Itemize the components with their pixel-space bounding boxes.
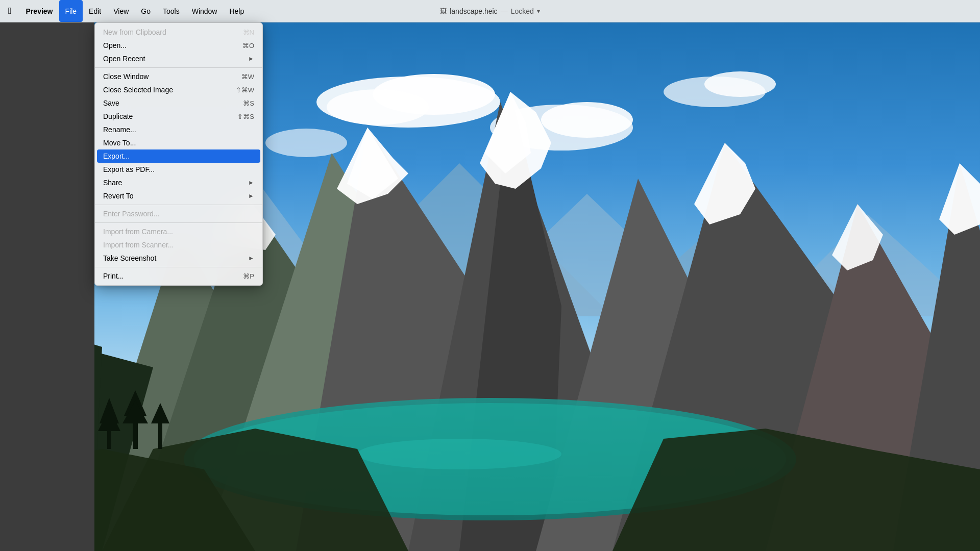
menu-item-enter-password[interactable]: Enter Password...	[95, 207, 262, 220]
svg-point-8	[265, 129, 347, 157]
menu-item-close-selected-shortcut: ⇧⌘W	[236, 86, 254, 94]
apple-menu[interactable]: 	[0, 0, 20, 22]
file-icon: 🖼	[440, 7, 447, 15]
menubar-help-label: Help	[229, 7, 244, 15]
menu-item-close-window[interactable]: Close Window ⌘W	[95, 70, 262, 83]
menubar-tools-label: Tools	[163, 7, 180, 15]
menu-item-share-label: Share	[103, 179, 248, 187]
svg-point-3	[327, 89, 429, 125]
menu-item-open-recent-label: Open Recent	[103, 55, 248, 63]
screenshot-arrow-icon: ►	[248, 255, 254, 262]
menubar-view-label: View	[113, 7, 129, 15]
menubar-tools[interactable]: Tools	[157, 0, 186, 22]
menu-item-rename[interactable]: Rename...	[95, 123, 262, 136]
menubar-view[interactable]: View	[107, 0, 135, 22]
menu-item-export[interactable]: Export...	[97, 149, 260, 163]
apple-icon: 	[8, 6, 12, 16]
menu-item-share[interactable]: Share ►	[95, 176, 262, 189]
window-dropdown-arrow[interactable]: ▾	[537, 8, 540, 15]
menu-item-export-label: Export...	[103, 152, 254, 160]
menu-item-take-screenshot-label: Take Screenshot	[103, 254, 248, 262]
menu-item-move-to-label: Move To...	[103, 139, 254, 147]
menubar-go[interactable]: Go	[135, 0, 157, 22]
menubar-go-label: Go	[141, 7, 151, 15]
menu-item-save-label: Save	[103, 99, 243, 107]
share-arrow-icon: ►	[248, 179, 254, 186]
separator-4	[95, 267, 262, 267]
menu-item-import-scanner[interactable]: Import from Scanner...	[95, 238, 262, 252]
menu-item-revert-to-label: Revert To	[103, 192, 248, 200]
menubar-edit[interactable]: Edit	[83, 0, 107, 22]
menubar-file[interactable]: File	[59, 0, 83, 22]
svg-point-5	[541, 102, 633, 138]
menu-item-print-label: Print...	[103, 272, 243, 280]
menubar-preview-label: Preview	[26, 7, 53, 15]
file-dropdown-menu: New from Clipboard ⌘N Open... ⌘O Open Re…	[94, 22, 263, 286]
menu-item-move-to[interactable]: Move To...	[95, 136, 262, 149]
svg-point-7	[704, 71, 776, 97]
menubar-preview[interactable]: Preview	[20, 0, 59, 22]
menu-item-take-screenshot[interactable]: Take Screenshot ►	[95, 252, 262, 265]
svg-point-36	[357, 439, 561, 469]
menu-item-close-window-label: Close Window	[103, 72, 241, 81]
revert-arrow-icon: ►	[248, 192, 254, 199]
menubar-window[interactable]: Window	[186, 0, 224, 22]
menu-item-duplicate-shortcut: ⇧⌘S	[237, 113, 254, 120]
menu-item-open-label: Open...	[103, 41, 242, 49]
svg-rect-46	[158, 421, 162, 449]
window-filename: landscape.heic	[450, 7, 497, 15]
menu-item-import-camera[interactable]: Import from Camera...	[95, 225, 262, 238]
menu-item-print[interactable]: Print... ⌘P	[95, 269, 262, 283]
menubar-file-label: File	[65, 7, 77, 15]
menu-item-new-clipboard[interactable]: New from Clipboard ⌘N	[95, 26, 262, 39]
menu-item-new-clipboard-shortcut: ⌘N	[243, 29, 254, 36]
menu-item-import-scanner-label: Import from Scanner...	[103, 241, 254, 249]
menubar:  Preview File Edit View Go Tools Window…	[0, 0, 980, 22]
menu-item-close-window-shortcut: ⌘W	[241, 73, 254, 81]
menu-item-open-recent[interactable]: Open Recent ►	[95, 52, 262, 65]
open-recent-arrow-icon: ►	[248, 55, 254, 62]
menu-item-new-clipboard-label: New from Clipboard	[103, 28, 243, 36]
window-separator: —	[501, 7, 508, 15]
menu-item-duplicate[interactable]: Duplicate ⇧⌘S	[95, 110, 262, 123]
menubar-window-label: Window	[192, 7, 217, 15]
menubar-edit-label: Edit	[89, 7, 101, 15]
menu-item-save-shortcut: ⌘S	[243, 99, 254, 107]
menu-item-rename-label: Rename...	[103, 126, 254, 134]
menu-item-import-camera-label: Import from Camera...	[103, 228, 254, 236]
menu-item-close-selected-label: Close Selected Image	[103, 86, 236, 94]
menu-item-open[interactable]: Open... ⌘O	[95, 39, 262, 52]
menu-item-enter-password-label: Enter Password...	[103, 210, 254, 218]
window-title-area: 🖼 landscape.heic — Locked ▾	[440, 7, 540, 15]
menu-item-print-shortcut: ⌘P	[243, 272, 254, 280]
menu-item-export-pdf[interactable]: Export as PDF...	[95, 163, 262, 176]
menu-item-save[interactable]: Save ⌘S	[95, 96, 262, 110]
menu-item-export-pdf-label: Export as PDF...	[103, 165, 254, 173]
window-status: Locked	[511, 7, 534, 15]
separator-1	[95, 67, 262, 68]
menu-item-open-shortcut: ⌘O	[242, 42, 254, 49]
menu-item-duplicate-label: Duplicate	[103, 112, 237, 120]
left-sidebar	[0, 22, 94, 551]
separator-3	[95, 222, 262, 223]
menubar-help[interactable]: Help	[223, 0, 250, 22]
menu-item-revert-to[interactable]: Revert To ►	[95, 189, 262, 203]
separator-2	[95, 205, 262, 205]
menu-item-close-selected[interactable]: Close Selected Image ⇧⌘W	[95, 83, 262, 96]
